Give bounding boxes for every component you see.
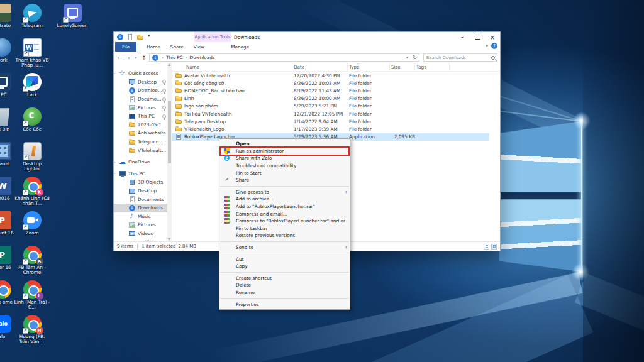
- context-menu-item[interactable]: Compress and email...: [219, 210, 350, 217]
- desktop-shortcut[interactable]: Desktop Lighter: [14, 142, 50, 177]
- desktop-shortcut[interactable]: LonelyScreen: [54, 4, 91, 38]
- properties-icon[interactable]: [126, 33, 134, 41]
- chevron-icon[interactable]: [123, 140, 128, 145]
- chevron-icon[interactable]: [123, 180, 128, 185]
- chevron-icon[interactable]: [123, 214, 128, 219]
- search-box[interactable]: [423, 53, 497, 62]
- minimize-button[interactable]: [455, 32, 470, 42]
- sidebar-item[interactable]: Quick access: [114, 69, 167, 78]
- title-bar[interactable]: Application Tools Downloads: [114, 32, 500, 42]
- sidebar-item[interactable]: VTelehealth_Logo: [114, 146, 167, 155]
- context-menu-item[interactable]: Cut: [219, 255, 350, 263]
- ribbon-tab[interactable]: Home: [142, 42, 165, 52]
- recent-locations-chevron-icon[interactable]: ▾: [133, 55, 139, 60]
- context-menu-item[interactable]: Create shortcut: [219, 275, 350, 282]
- chevron-icon[interactable]: [123, 206, 128, 211]
- ribbon-tab[interactable]: File: [115, 42, 136, 52]
- up-icon[interactable]: ↑: [141, 55, 147, 61]
- ribbon-tab[interactable]: Share: [165, 42, 189, 52]
- context-menu-item[interactable]: Compress to "RobloxPlayerLauncher.rar" a…: [219, 217, 350, 225]
- file-row[interactable]: Avatar Vntelehealth 12/20/2022 4:30 PM F…: [172, 72, 489, 79]
- back-icon[interactable]: ←: [116, 55, 123, 61]
- desktop-shortcut[interactable]: Cốc Cốc: [14, 107, 50, 142]
- context-menu-item[interactable]: Give access to ›: [219, 189, 350, 196]
- file-row[interactable]: HOMEDOC_Bác sĩ bên bạn 8/19/2022 11:43 A…: [172, 87, 489, 94]
- ribbon-tab[interactable]: Manage: [226, 42, 254, 52]
- sidebar-item[interactable]: Videos: [114, 229, 167, 238]
- new-folder-icon[interactable]: [136, 33, 144, 41]
- sidebar-item[interactable]: OneDrive: [114, 158, 167, 167]
- chevron-icon[interactable]: [123, 97, 128, 102]
- chevron-icon[interactable]: [123, 105, 128, 110]
- context-menu-item[interactable]: Restore previous versions: [219, 232, 350, 239]
- breadcrumb[interactable]: This PCDownloads ▾ ↻: [149, 53, 419, 62]
- sidebar-item[interactable]: Documents: [114, 195, 167, 204]
- refresh-icon[interactable]: ↻: [413, 55, 417, 60]
- chevron-icon[interactable]: [123, 222, 128, 228]
- context-menu-item[interactable]: Share with Zalo: [219, 155, 350, 162]
- column-header[interactable]: Date: [292, 63, 348, 71]
- file-row[interactable]: Telegram Desktop 7/14/2022 9:04 AM File …: [172, 118, 489, 125]
- file-row[interactable]: logo sản phẩm 5/29/2023 5:21 PM File fol…: [172, 102, 489, 110]
- file-row[interactable]: Tài liệu VNTelehealth 12/21/2022 12:05 P…: [172, 110, 489, 118]
- context-menu-item[interactable]: Add to archive...: [219, 195, 350, 203]
- breadcrumb-item[interactable]: Downloads: [183, 55, 215, 60]
- sidebar-item[interactable]: Downloads: [114, 204, 167, 212]
- sidebar-item[interactable]: Music: [114, 212, 167, 221]
- chevron-icon[interactable]: [123, 114, 128, 119]
- sidebar-item[interactable]: Desktop: [114, 78, 167, 87]
- sidebar-item[interactable]: Desktop: [114, 187, 167, 195]
- desktop-shortcut[interactable]: Lark: [14, 73, 50, 107]
- file-row[interactable]: Cột sống công sở 8/26/2022 10:03 AM File…: [172, 79, 489, 87]
- context-menu-item[interactable]: Pin to taskbar: [219, 225, 350, 233]
- column-header[interactable]: Tags: [415, 63, 450, 71]
- context-menu-item[interactable]: Send to ›: [219, 244, 350, 251]
- column-header[interactable]: Size: [390, 63, 415, 71]
- address-dropdown-chevron-icon[interactable]: ▾: [404, 55, 410, 60]
- context-menu-item[interactable]: Add to "RobloxPlayerLauncher.rar": [219, 203, 350, 211]
- context-menu-item[interactable]: Properties: [219, 300, 350, 308]
- scrollbar-thumb[interactable]: [168, 101, 171, 163]
- context-menu-item[interactable]: Share: [219, 177, 350, 184]
- sidebar-item[interactable]: This PC: [114, 170, 167, 178]
- context-menu-item[interactable]: Rename: [219, 289, 350, 297]
- breadcrumb-item[interactable]: This PC: [159, 55, 183, 60]
- desktop-shortcut[interactable]: Zoom: [14, 211, 50, 246]
- context-menu-item[interactable]: Troubleshoot compatibility: [219, 162, 350, 170]
- ribbon-collapse-chevron-icon[interactable]: ▾: [486, 43, 488, 48]
- chevron-icon[interactable]: [123, 131, 128, 136]
- context-menu-item[interactable]: Delete: [219, 282, 350, 289]
- context-menu-item[interactable]: [220, 298, 349, 299]
- sidebar-item[interactable]: Downloads: [114, 86, 167, 95]
- sidebar-item[interactable]: Ảnh website: [114, 129, 167, 138]
- chevron-icon[interactable]: [114, 171, 119, 176]
- forward-icon[interactable]: →: [125, 55, 131, 61]
- chevron-icon[interactable]: [123, 122, 128, 127]
- desktop-shortcut[interactable]: K Khánh Linh (Cá nhân T...: [14, 177, 50, 211]
- sidebar-item[interactable]: 3D Objects: [114, 178, 167, 187]
- list-view-icon[interactable]: [484, 244, 489, 250]
- desktop-shortcut[interactable]: Tham khảo VB Pháp lu...: [14, 38, 50, 73]
- help-icon[interactable]: ?: [491, 43, 497, 49]
- file-row[interactable]: VTelehealth_Logo 1/17/2023 9:39 AM File …: [172, 125, 489, 133]
- context-menu-item[interactable]: [220, 241, 349, 242]
- sidebar-item[interactable]: 2023-05-10 14.11.3: [114, 121, 167, 129]
- details-view-icon[interactable]: [491, 244, 497, 250]
- chevron-icon[interactable]: [123, 197, 128, 202]
- file-row[interactable]: Linh 8/26/2022 10:00 AM File folder: [172, 95, 489, 102]
- customize-toolbar-chevron-icon[interactable]: [147, 33, 154, 41]
- context-menu-item[interactable]: Open: [219, 140, 350, 148]
- chevron-icon[interactable]: [114, 160, 119, 165]
- context-menu-item[interactable]: [220, 272, 349, 273]
- sidebar-item[interactable]: Pictures: [114, 103, 167, 112]
- desktop-shortcut[interactable]: L Linh (Mạn Trà) - C...: [14, 280, 50, 315]
- chevron-icon[interactable]: [123, 189, 128, 194]
- sidebar-scrollbar[interactable]: [167, 63, 172, 241]
- column-header[interactable]: Type: [348, 63, 390, 71]
- context-menu-item[interactable]: Run as administrator: [219, 148, 350, 155]
- column-header[interactable]: Name: [172, 63, 292, 71]
- context-menu-item[interactable]: [220, 253, 349, 253]
- chevron-icon[interactable]: [123, 88, 128, 93]
- desktop-shortcut[interactable]: H Hương (FB. Trần Văn ...: [14, 315, 50, 349]
- maximize-button[interactable]: [470, 32, 485, 42]
